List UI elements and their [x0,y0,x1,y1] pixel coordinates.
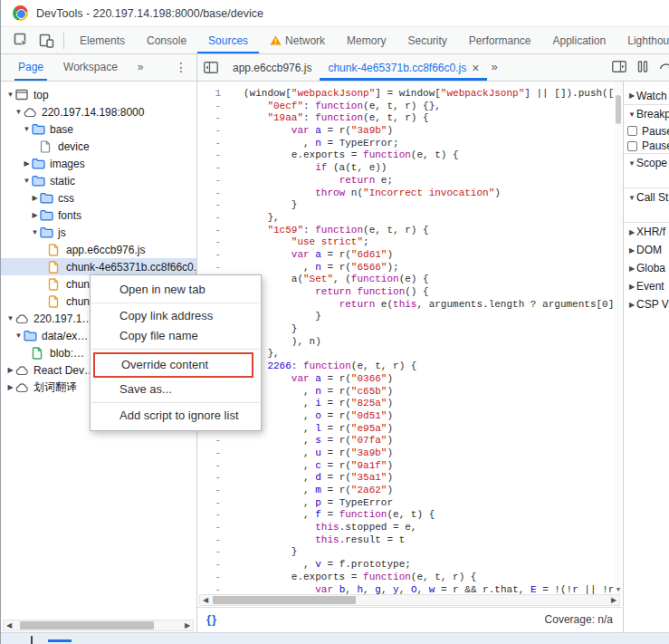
menu-item-override-content-highlighted[interactable]: Override content [93,352,253,378]
tree-item-css[interactable]: ▶css [1,189,196,207]
editor-tab[interactable]: app.e6ccb976.js [225,54,320,81]
main-tab-performance[interactable]: Performance [458,27,542,53]
tree-item-static[interactable]: ▼static [1,172,196,189]
tree-item-chunk-4e65371b.cc8f66c0.js[interactable]: ▶chunk-4e65371b.cc8f66c0.js [1,258,196,275]
menu-item-add-script-to-ignore-list[interactable]: Add script to ignore list [91,406,261,426]
expand-arrow-icon[interactable]: ▶ [30,194,40,202]
tree-item-220.197.14.198-8000[interactable]: ▼220.197.14.198:8000 [1,103,196,120]
collapse-arrow-icon[interactable]: ▼ [22,177,32,185]
pretty-print-button[interactable]: {} [206,612,217,626]
line-number[interactable]: - [197,236,228,249]
expand-arrow-icon[interactable]: ▶ [627,246,636,255]
main-tab-elements[interactable]: Elements [69,27,136,53]
checkbox[interactable] [627,126,637,136]
menu-item-open-in-new-tab[interactable]: Open in new tab [91,280,261,300]
panel-left-icon[interactable] [197,54,225,81]
expand-arrow-icon[interactable]: ▶ [627,301,636,309]
sidebar-section-xhr-f[interactable]: ▶XHR/f [624,223,669,241]
main-tab-console[interactable]: Console [136,27,197,53]
line-number[interactable]: - [197,125,228,138]
line-number[interactable]: - [197,175,228,187]
tree-item-js[interactable]: ▼js [1,224,196,241]
expand-arrow-icon[interactable]: ▶ [627,91,636,100]
menu-item-save-as-[interactable]: Save as... [91,380,261,399]
collapse-arrow-icon[interactable]: ▼ [22,125,32,133]
line-number[interactable]: - [197,249,228,262]
tab-workspace[interactable]: Workspace [60,54,121,81]
tree-item-base[interactable]: ▼base [1,120,196,138]
editor-vscrollbar[interactable]: ▼ [615,82,622,594]
line-number[interactable]: - [197,162,228,175]
menu-item-copy-file-name[interactable]: Copy file name [91,326,261,346]
sidebar-section-call-st[interactable]: ▼Call St [624,188,669,207]
expand-arrow-icon[interactable]: ▶ [627,228,636,236]
main-tab-application[interactable]: Application [542,27,617,53]
collapse-arrow-icon[interactable]: ▼ [14,332,24,340]
sidebar-section-dom[interactable]: ▶DOM [624,241,669,259]
scroll-track[interactable] [211,595,608,605]
collapse-arrow-icon[interactable]: ▼ [14,108,24,116]
tree-item-device[interactable]: ▶device [1,138,196,155]
line-number[interactable]: - [197,112,228,125]
scroll-down-icon[interactable]: ▼ [615,586,622,592]
line-number[interactable]: - [197,584,228,595]
line-number[interactable]: - [197,509,228,522]
line-number[interactable]: - [197,447,228,460]
navigator-menu-icon[interactable]: ⋮ [175,54,187,81]
line-number[interactable]: - [197,485,228,497]
expand-arrow-icon[interactable]: ▶ [5,383,15,391]
navigator-hscrollbar[interactable]: ◀ ▶ [3,620,194,631]
sidebar-section-event[interactable]: ▶Event [624,277,669,295]
close-tab-icon[interactable]: × [472,62,479,74]
main-tab-lighthouse[interactable]: Lighthouse [616,27,669,53]
line-number[interactable]: - [197,546,228,559]
navigator-more-chevron-icon[interactable]: » [134,54,148,81]
expand-arrow-icon[interactable]: ▶ [22,159,32,168]
line-number[interactable]: - [197,149,228,162]
more-editor-tabs-chevron-icon[interactable]: » [487,54,501,81]
line-number[interactable]: - [197,435,228,447]
main-tab-memory[interactable]: Memory [336,27,397,53]
expand-arrow-icon[interactable]: ▶ [627,283,636,291]
inspect-icon[interactable] [8,27,33,53]
sidebar-section-breakp[interactable]: ▼Breakp [624,105,669,123]
line-number[interactable]: - [197,534,228,547]
collapse-arrow-icon[interactable]: ▼ [5,91,15,99]
tree-item-app.e6ccb976.js[interactable]: ▶app.e6ccb976.js [1,241,196,258]
line-number[interactable]: - [197,212,228,225]
collapse-arrow-icon[interactable]: ▼ [30,228,40,236]
panel-right-icon[interactable] [612,60,626,76]
line-number[interactable]: - [197,522,228,534]
tab-page[interactable]: Page [14,54,47,81]
line-number[interactable]: - [197,472,228,485]
line-number[interactable]: - [197,460,228,473]
menu-item-copy-link-address[interactable]: Copy link address [91,306,261,326]
line-number[interactable]: - [197,497,228,510]
scroll-left-icon[interactable]: ◀ [4,621,14,630]
editor-tab[interactable]: chunk-4e65371b.cc8f66c0.js× [320,54,487,81]
tree-item-fonts[interactable]: ▶fonts [1,207,196,224]
tree-item-top[interactable]: ▼top [1,86,196,103]
main-tab-security[interactable]: Security [397,27,457,53]
expand-arrow-icon[interactable]: ▶ [627,264,636,273]
collapse-arrow-icon[interactable]: ▼ [5,314,15,322]
checkbox[interactable] [627,141,637,151]
tree-item-images[interactable]: ▶images [1,155,196,172]
line-number[interactable]: - [197,572,228,584]
line-number[interactable]: - [197,262,228,274]
expand-arrow-icon[interactable]: ▶ [5,366,15,374]
line-number[interactable]: - [197,225,228,237]
scroll-left-icon[interactable]: ◀ [200,596,211,604]
line-number[interactable]: - [197,187,228,200]
sidebar-section-csp-v[interactable]: ▶CSP V [624,295,669,313]
line-number[interactable]: - [197,199,228,212]
expand-arrow-icon[interactable]: ▶ [30,211,40,219]
sidebar-section-scope[interactable]: ▼Scope [624,154,669,172]
pause-icon[interactable] [637,60,648,76]
editor-hscrollbar[interactable]: ◀ ▶ [199,594,620,606]
main-tab-sources[interactable]: Sources [197,27,259,53]
line-number[interactable]: - [197,559,228,572]
collapse-arrow-icon[interactable]: ▼ [627,111,636,119]
sidebar-section-globa[interactable]: ▶Globa [624,259,669,277]
scroll-right-icon[interactable]: ▶ [182,621,193,630]
